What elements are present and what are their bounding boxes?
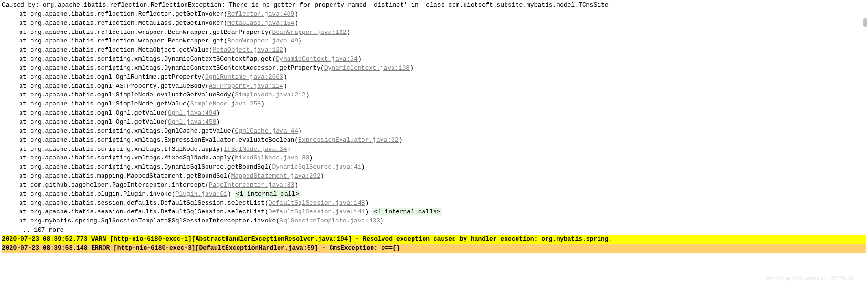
frame-prefix: at org.apache.ibatis.mapping.MappedState… (19, 172, 231, 179)
frame-prefix: at org.apache.ibatis.session.defaults.De… (19, 200, 269, 207)
frame-prefix: at org.apache.ibatis.scripting.xmltags.M… (19, 154, 235, 161)
source-link[interactable]: MixedSqlNode.java:33 (235, 154, 309, 161)
frame-suffix: ) (410, 64, 413, 72)
caused-by-line: Caused by: org.apache.ibatis.reflection.… (2, 1, 866, 10)
stack-frame: at org.apache.ibatis.reflection.wrapper.… (2, 28, 866, 37)
source-link[interactable]: Reflector.java:409 (227, 11, 294, 18)
source-link[interactable]: MappedStatement.java:292 (231, 172, 320, 179)
stack-frame: at org.apache.ibatis.ognl.Ognl.getValue(… (2, 118, 866, 127)
stack-frame: at org.apache.ibatis.ognl.OgnlRuntime.ge… (2, 73, 866, 82)
frame-suffix: ) (261, 100, 265, 107)
stack-frame: at org.apache.ibatis.reflection.MetaClas… (2, 19, 866, 28)
scrollbar-thumb[interactable] (863, 18, 867, 27)
frame-prefix: at org.apache.ibatis.reflection.MetaObje… (19, 46, 213, 53)
frame-prefix: at org.apache.ibatis.scripting.xmltags.E… (19, 137, 298, 144)
source-link[interactable]: IfSqlNode.java:34 (224, 146, 287, 153)
source-link[interactable]: DefaultSqlSession.java:148 (269, 200, 365, 207)
frame-suffix: ) (294, 20, 298, 27)
frame-suffix: ) (347, 29, 351, 36)
frame-prefix: at org.apache.ibatis.ognl.OgnlRuntime.ge… (19, 74, 205, 81)
frame-prefix: at org.apache.ibatis.ognl.Ognl.getValue( (19, 109, 168, 116)
frame-suffix: ) (294, 181, 298, 189)
frame-suffix: ) (283, 74, 287, 81)
more-line: ... 107 more (2, 226, 866, 235)
stack-frame: at org.apache.ibatis.scripting.xmltags.D… (2, 55, 866, 64)
frame-prefix: at org.apache.ibatis.reflection.wrapper.… (19, 29, 272, 36)
source-link[interactable]: Ognl.java:458 (168, 118, 216, 126)
source-link[interactable]: Plugin.java:61 (176, 190, 227, 198)
frame-suffix: ) (320, 172, 324, 179)
source-link[interactable]: BeanWrapper.java:162 (272, 29, 347, 36)
stack-frame: at org.apache.ibatis.scripting.xmltags.E… (2, 136, 866, 145)
internal-calls-tag[interactable]: <1 internal call> (235, 190, 300, 198)
source-link[interactable]: OgnlCache.java:44 (235, 127, 298, 135)
source-link[interactable]: SimpleNode.java:258 (190, 100, 261, 107)
source-link[interactable]: MetaClass.java:164 (227, 20, 294, 27)
frame-suffix: ) (306, 91, 310, 98)
stack-frame: at org.apache.ibatis.ognl.SimpleNode.get… (2, 100, 866, 109)
frame-prefix: at org.apache.ibatis.ognl.Ognl.getValue( (19, 118, 168, 126)
frame-suffix: ) (399, 137, 403, 144)
frame-prefix: at org.apache.ibatis.scripting.xmltags.O… (19, 127, 235, 135)
frame-prefix: at org.apache.ibatis.reflection.wrapper.… (19, 37, 227, 44)
source-link[interactable]: DefaultSqlSession.java:141 (269, 208, 365, 215)
frame-suffix: ) (362, 163, 365, 170)
source-link[interactable]: SimpleNode.java:212 (235, 91, 305, 98)
frame-prefix: at org.apache.ibatis.ognl.SimpleNode.eva… (19, 91, 235, 98)
frame-prefix: at org.apache.ibatis.reflection.MetaClas… (19, 20, 227, 27)
frame-suffix: ) (216, 118, 220, 126)
error-log-line: 2020-07-23 08:39:58.148 ERROR [http-nio-… (2, 244, 866, 253)
stack-frame: at org.apache.ibatis.session.defaults.De… (2, 208, 866, 217)
source-link[interactable]: MetaObject.java:122 (213, 46, 283, 53)
stack-frame: at org.apache.ibatis.scripting.xmltags.D… (2, 64, 866, 73)
frame-suffix: ) (227, 190, 231, 198)
source-link[interactable]: ASTProperty.java:114 (209, 83, 283, 90)
frame-prefix: at org.apache.ibatis.scripting.xmltags.D… (19, 64, 324, 72)
stack-frame: at org.apache.ibatis.scripting.xmltags.I… (2, 145, 866, 154)
source-link[interactable]: DynamicSqlSource.java:41 (272, 163, 362, 170)
warn-log-line: 2020-07-23 08:39:52.773 WARN [http-nio-6… (2, 235, 866, 244)
frame-prefix: at org.apache.ibatis.ognl.SimpleNode.get… (19, 100, 190, 107)
frame-suffix: ) (298, 37, 302, 44)
stack-frame: at org.apache.ibatis.session.defaults.De… (2, 199, 866, 208)
frame-prefix: at org.apache.ibatis.ognl.ASTProperty.ge… (19, 83, 209, 90)
frame-suffix: ) (294, 11, 298, 18)
stack-frame: at org.apache.ibatis.mapping.MappedState… (2, 172, 866, 181)
source-link[interactable]: SqlSessionTemplate.java:433 (279, 217, 380, 224)
frame-prefix: at org.apache.ibatis.plugin.Plugin.invok… (19, 190, 176, 198)
stack-frame: at org.apache.ibatis.ognl.SimpleNode.eva… (2, 91, 866, 100)
stack-frame: at org.apache.ibatis.reflection.MetaObje… (2, 46, 866, 55)
frame-suffix: ) (365, 200, 369, 207)
source-link[interactable]: BeanWrapper.java:49 (227, 37, 298, 44)
stack-frame: at org.apache.ibatis.reflection.Reflecto… (2, 10, 866, 19)
stack-frame: at org.apache.ibatis.ognl.Ognl.getValue(… (2, 109, 866, 118)
source-link[interactable]: Ognl.java:494 (168, 109, 216, 116)
stack-frame: at org.mybatis.spring.SqlSessionTemplate… (2, 217, 866, 226)
frame-prefix: at org.apache.ibatis.scripting.xmltags.D… (19, 55, 276, 63)
stack-frame: at org.apache.ibatis.reflection.wrapper.… (2, 37, 866, 46)
stack-frames: at org.apache.ibatis.reflection.Reflecto… (2, 10, 866, 226)
stack-frame: at com.github.pagehelper.PageInterceptor… (2, 181, 866, 190)
frame-suffix: ) (298, 127, 302, 135)
internal-calls-tag[interactable]: <4 internal calls> (372, 208, 441, 215)
frame-suffix: ) (287, 146, 291, 153)
frame-suffix: ) (283, 83, 287, 90)
stacktrace-container: Caused by: org.apache.ibatis.reflection.… (0, 0, 868, 254)
frame-prefix: at com.github.pagehelper.PageInterceptor… (19, 181, 209, 189)
source-link[interactable]: DynamicContext.java:108 (324, 64, 410, 72)
stack-frame: at org.apache.ibatis.scripting.xmltags.D… (2, 163, 866, 172)
source-link[interactable]: DynamicContext.java:94 (276, 55, 358, 63)
source-link[interactable]: PageInterceptor.java:83 (209, 181, 294, 189)
frame-prefix: at org.apache.ibatis.scripting.xmltags.I… (19, 146, 224, 153)
frame-suffix: ) (358, 55, 362, 63)
frame-prefix: at org.mybatis.spring.SqlSessionTemplate… (19, 217, 279, 224)
stack-frame: at org.apache.ibatis.ognl.ASTProperty.ge… (2, 82, 866, 91)
frame-prefix: at org.apache.ibatis.scripting.xmltags.D… (19, 163, 272, 170)
frame-suffix: ) (283, 46, 287, 53)
source-link[interactable]: ExpressionEvaluator.java:32 (298, 137, 399, 144)
vertical-scrollbar[interactable] (862, 0, 867, 254)
source-link[interactable]: OgnlRuntime.java:2663 (205, 74, 283, 81)
stack-frame: at org.apache.ibatis.plugin.Plugin.invok… (2, 190, 866, 199)
frame-suffix: ) (310, 154, 313, 161)
frame-suffix: ) (216, 109, 220, 116)
